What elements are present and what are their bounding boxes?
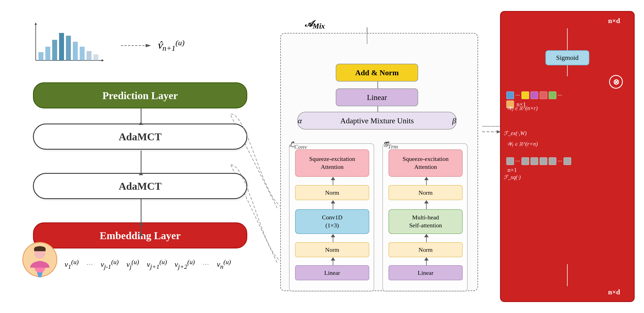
multihead-box: Multi-headSelf-attention (388, 209, 463, 234)
svg-rect-15 (87, 51, 91, 60)
nxd-top-label: n×d (608, 17, 620, 25)
sq-purple (531, 91, 538, 99)
left-panel: v̂n+1(u) Prediction Layer AdaMCT AdaMCT … (16, 22, 264, 286)
amix-label: 𝒜Mix (305, 19, 325, 30)
color-squares-bottom: ··· ··· n×1 (506, 157, 575, 174)
svg-rect-16 (93, 54, 98, 60)
sq-gray1 (506, 157, 514, 165)
squeeze-attn-left: Squeeze-excitationAttention (295, 149, 369, 177)
linear-left-box: Linear (295, 265, 369, 280)
sq-gray2 (521, 157, 529, 165)
linear-top-box: Linear (336, 88, 418, 106)
fsq-label: ℱ_sq(·) (504, 174, 521, 180)
amu-label: Adaptive Mixture Units (304, 116, 450, 125)
multiply-icon: ⊗ (609, 75, 623, 89)
histogram-area (27, 22, 110, 77)
norm-left-1: Norm (295, 185, 369, 200)
sq-green (549, 91, 556, 99)
linear-right-label: Linear (418, 269, 433, 276)
sq-gray6 (564, 157, 571, 165)
sq-gray4 (540, 157, 547, 165)
w1-text: 𝒲₁ ∈ ℝ^(r×n) (506, 141, 538, 147)
svg-rect-14 (80, 47, 85, 60)
adamct1-label: AdaMCT (119, 131, 162, 143)
item-vj: vj(u) (126, 258, 139, 270)
svg-marker-6 (102, 59, 104, 62)
dots2: ··· (202, 259, 209, 270)
norm-left-2-label: Norm (325, 246, 339, 253)
multiply-symbol: ⊗ (613, 77, 619, 86)
squeeze-attn-right: Squeeze-excitationAttention (388, 149, 463, 177)
right-panel: n×d ⊗ Sigmoid ··· ··· n×1 (500, 11, 635, 302)
arrow-adamct1-to-adamct2 (139, 150, 143, 175)
vhat-label: v̂n+1(u) (157, 38, 185, 53)
norm-right-1: Norm (388, 185, 463, 200)
adamct-layer-1: AdaMCT (33, 124, 247, 150)
prediction-layer: Prediction Layer (33, 82, 247, 108)
sq-gray5 (549, 157, 556, 165)
sq-blue (506, 91, 514, 99)
line-top-to-sigmoid (567, 28, 568, 50)
svg-rect-8 (38, 52, 43, 60)
sq-red (540, 91, 547, 99)
adamct2-label: AdaMCT (119, 180, 162, 192)
item-vj-1: vj-1(u) (101, 258, 119, 270)
linear-right-box: Linear (388, 265, 463, 280)
prediction-layer-label: Prediction Layer (102, 90, 178, 102)
item-vn: vn(u) (217, 258, 231, 270)
sq-yellow (521, 91, 529, 99)
norm-right-2: Norm (388, 242, 463, 257)
sigmoid-box: Sigmoid (545, 50, 589, 65)
item-sequence: v1(u) ··· vj-1(u) vj(u) vj+1(u) vj+2(u) … (65, 258, 231, 270)
diagram-container: v̂n+1(u) Prediction Layer AdaMCT AdaMCT … (0, 0, 644, 313)
middle-panel: 𝒜Mix Add & Norm Linear (275, 11, 484, 302)
user-icon (22, 242, 58, 277)
adamct-detail-box: Add & Norm Linear α Adaptive Mixture Uni… (280, 33, 478, 291)
beta-label: β (452, 116, 456, 125)
sigmoid-label: Sigmoid (556, 54, 578, 62)
nxd-bottom-label: n×d (608, 288, 620, 296)
svg-rect-12 (66, 36, 71, 60)
dots1: ··· (86, 259, 93, 270)
w2-label: 𝒲₂ ∈ ℝ^(n×r) (506, 105, 538, 111)
line-sigmoid-to-multiply (567, 65, 568, 76)
norm-right-2-label: Norm (418, 246, 432, 253)
w1-label: 𝒲₁ ∈ ℝ^(r×n) (506, 141, 538, 147)
right-panel-inner: n×d ⊗ Sigmoid ··· ··· n×1 (501, 12, 634, 301)
arrow-pred-to-adamct1 (139, 108, 143, 125)
sq-gray3 (531, 157, 538, 165)
norm-right-1-label: Norm (418, 189, 432, 196)
svg-rect-11 (59, 33, 64, 60)
arrow-input-to-embed (139, 217, 143, 236)
svg-marker-18 (146, 44, 151, 47)
fex-label: ℱ_ex(·,W) (504, 130, 527, 136)
fex-text: ℱ_ex(·,W) (504, 130, 527, 136)
linear-left-label: Linear (324, 269, 340, 276)
item-v1: v1(u) (65, 258, 79, 270)
svg-rect-9 (45, 47, 50, 60)
svg-rect-10 (52, 40, 57, 60)
svg-rect-13 (73, 42, 78, 60)
line-bottom (567, 264, 568, 286)
item-vj1: vj+1(u) (147, 258, 167, 270)
item-vj2: vj+2(u) (175, 258, 195, 270)
dashed-arrow (121, 40, 154, 51)
conv-subpanel: Squeeze-excitationAttention Norm (289, 143, 374, 292)
trm-subpanel: Squeeze-excitationAttention Norm (382, 143, 468, 292)
add-norm-label: Add & Norm (355, 68, 399, 77)
svg-point-21 (38, 255, 42, 257)
amu-box: α Adaptive Mixture Units β (297, 112, 457, 130)
adamct-layer-2: AdaMCT (33, 173, 247, 199)
w2-text: 𝒲₂ ∈ ℝ^(n×r) (506, 105, 538, 111)
nxd-top: n×d (608, 17, 620, 25)
norm-left-1-label: Norm (325, 189, 339, 196)
conv1d-box: Conv1D(1×3) (295, 209, 369, 234)
svg-marker-7 (35, 23, 37, 25)
linear-top-label: Linear (367, 93, 387, 102)
output-label-area: v̂n+1(u) (121, 38, 185, 53)
add-norm-box: Add & Norm (336, 64, 418, 82)
norm-left-2: Norm (295, 242, 369, 257)
histogram-svg (27, 22, 104, 66)
nxd-bottom: n×d (608, 288, 620, 296)
alpha-label: α (298, 116, 302, 125)
